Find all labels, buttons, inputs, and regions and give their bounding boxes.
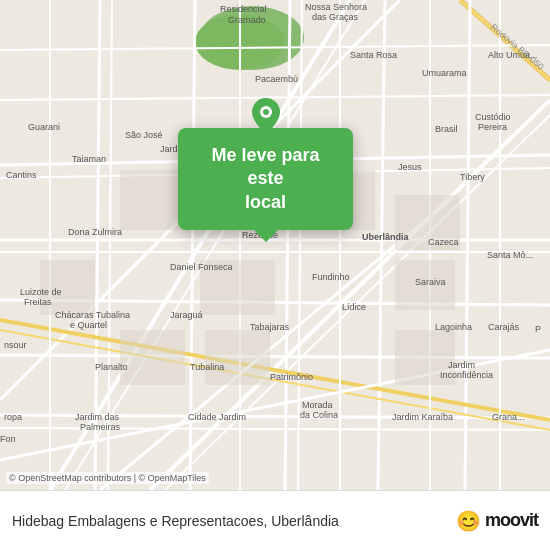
svg-text:Inconfidência: Inconfidência	[440, 370, 493, 380]
moovit-text: moovit	[485, 510, 538, 531]
svg-text:Santa Mô...: Santa Mô...	[487, 250, 533, 260]
svg-text:Planalto: Planalto	[95, 362, 128, 372]
svg-text:Pereira: Pereira	[478, 122, 507, 132]
svg-text:Jardim: Jardim	[448, 360, 475, 370]
svg-text:Uberlândia: Uberlândia	[362, 232, 410, 242]
svg-text:Palmeiras: Palmeiras	[80, 422, 121, 432]
svg-text:Jardim Karaíba: Jardim Karaíba	[392, 412, 453, 422]
popup-text2: local	[245, 192, 286, 212]
svg-rect-42	[120, 330, 185, 385]
svg-text:Carajás: Carajás	[488, 322, 520, 332]
svg-text:Santa Rosa: Santa Rosa	[350, 50, 397, 60]
svg-text:Cidade Jardim: Cidade Jardim	[188, 412, 246, 422]
map-container: Rodovia BR-050 Residencial Gramado Nossa…	[0, 0, 550, 490]
svg-text:Freitas: Freitas	[24, 297, 52, 307]
place-name: Hidebag Embalagens e Representacoes, Ube…	[12, 513, 446, 529]
svg-text:Guarani: Guarani	[28, 122, 60, 132]
svg-text:Jesus: Jesus	[398, 162, 422, 172]
svg-text:Fundinho: Fundinho	[312, 272, 350, 282]
moovit-emoji: 😊	[456, 509, 481, 533]
svg-text:Lídice: Lídice	[342, 302, 366, 312]
svg-text:Brasil: Brasil	[435, 124, 458, 134]
svg-point-100	[263, 109, 269, 115]
svg-text:Pacaembú: Pacaembú	[255, 74, 298, 84]
svg-text:Tubalina: Tubalina	[190, 362, 224, 372]
svg-text:Gramado: Gramado	[228, 15, 266, 25]
svg-text:ropa: ropa	[4, 412, 22, 422]
svg-text:Tabajaras: Tabajaras	[250, 322, 290, 332]
svg-text:Umuarama: Umuarama	[422, 68, 467, 78]
svg-text:Dona Zulmira: Dona Zulmira	[68, 227, 122, 237]
bottom-bar: Hidebag Embalagens e Representacoes, Ube…	[0, 490, 550, 550]
svg-text:Alto Umua...: Alto Umua...	[488, 50, 538, 60]
svg-text:Residencial: Residencial	[220, 4, 267, 14]
map-copyright: © OpenStreetMap contributors | © OpenMap…	[6, 472, 209, 484]
svg-text:das Graças: das Graças	[312, 12, 359, 22]
svg-text:Custódio: Custódio	[475, 112, 511, 122]
svg-text:Taiaman: Taiaman	[72, 154, 106, 164]
svg-rect-37	[120, 170, 185, 230]
svg-text:Daniel Fonseca: Daniel Fonseca	[170, 262, 233, 272]
svg-text:Nossa Senhora: Nossa Senhora	[305, 2, 367, 12]
popup-text: Me leve para este	[211, 145, 319, 188]
svg-text:Jaraguá: Jaraguá	[170, 310, 203, 320]
svg-text:Luizote de: Luizote de	[20, 287, 62, 297]
svg-text:São José: São José	[125, 130, 163, 140]
svg-text:Chácaras Tubalina: Chácaras Tubalina	[55, 310, 130, 320]
svg-text:Saraiva: Saraiva	[415, 277, 446, 287]
svg-text:Jardim das: Jardim das	[75, 412, 120, 422]
svg-text:P: P	[535, 324, 541, 334]
svg-text:Morada: Morada	[302, 400, 333, 410]
moovit-logo: 😊 moovit	[456, 509, 538, 533]
svg-rect-43	[205, 330, 270, 385]
svg-text:da Colina: da Colina	[300, 410, 338, 420]
svg-text:Cantins: Cantins	[6, 170, 37, 180]
svg-text:Patrimônio: Patrimônio	[270, 372, 313, 382]
svg-text:Fon: Fon	[0, 434, 16, 444]
svg-text:e Quartel: e Quartel	[70, 320, 107, 330]
svg-text:Grana...: Grana...	[492, 412, 525, 422]
svg-text:Lagoinha: Lagoinha	[435, 322, 472, 332]
svg-text:Cazeca: Cazeca	[428, 237, 459, 247]
svg-text:nsour: nsour	[4, 340, 27, 350]
location-popup[interactable]: Me leve para este local	[178, 128, 353, 230]
svg-text:Tibery: Tibery	[460, 172, 485, 182]
